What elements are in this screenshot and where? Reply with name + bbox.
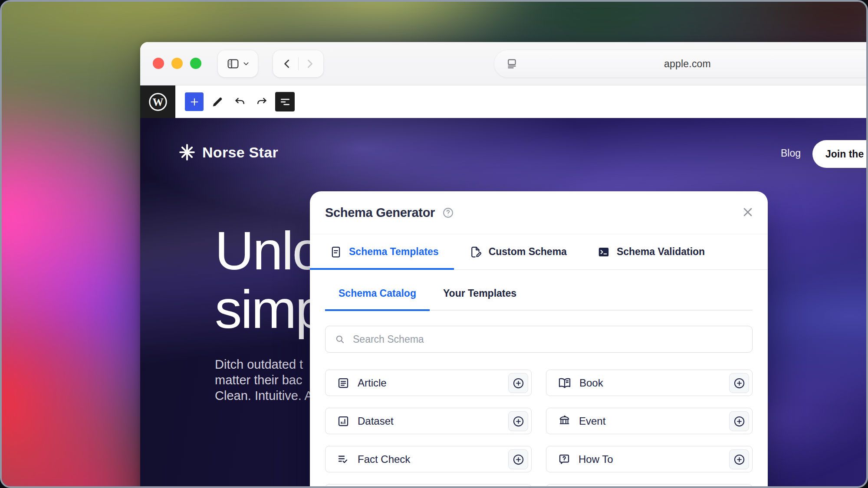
nav-divider	[298, 57, 299, 70]
tab-label: Schema Templates	[349, 246, 439, 258]
tab-label: Schema Validation	[617, 246, 705, 258]
circle-plus-icon	[733, 415, 746, 428]
back-button[interactable]	[282, 58, 293, 69]
undo-button[interactable]	[230, 92, 249, 111]
terminal-icon	[597, 246, 610, 259]
dataset-icon	[337, 415, 350, 428]
circle-plus-icon	[733, 377, 746, 390]
modal-header: Schema Generator	[310, 191, 768, 234]
plus-icon	[188, 96, 201, 108]
add-book-button[interactable]	[729, 373, 749, 393]
schema-card-clipped[interactable]	[546, 484, 753, 488]
star-logo-icon	[178, 143, 196, 161]
how-to-icon	[558, 453, 571, 466]
circle-question-icon	[442, 206, 454, 219]
document-overview-button[interactable]	[275, 92, 295, 111]
minimize-window-button[interactable]	[171, 58, 183, 69]
modal-content: Schema Catalog Your Templates Article	[310, 288, 768, 488]
nav-button-group	[273, 50, 323, 77]
wordpress-logo-button[interactable]: W	[140, 85, 175, 118]
schema-search	[325, 326, 753, 353]
add-dataset-button[interactable]	[508, 411, 528, 431]
schema-card-dataset[interactable]: Dataset	[325, 408, 532, 434]
zoom-window-button[interactable]	[190, 58, 201, 69]
undo-icon	[233, 95, 247, 108]
subtab-schema-catalog[interactable]: Schema Catalog	[325, 288, 430, 310]
add-article-button[interactable]	[508, 373, 528, 393]
tab-label: Custom Schema	[489, 246, 567, 258]
hero-heading: Unlosimp	[215, 221, 324, 338]
hero-paragraph: Ditch outdated t matter their bac Clean.…	[215, 357, 324, 403]
close-icon	[741, 205, 755, 219]
circle-plus-icon	[512, 377, 525, 390]
forward-button[interactable]	[304, 58, 315, 69]
add-how-to-button[interactable]	[729, 449, 749, 469]
schema-generator-modal: Schema Generator	[310, 191, 768, 488]
sidebar-icon	[226, 57, 240, 71]
tab-schema-validation[interactable]: Schema Validation	[582, 234, 720, 269]
subtabs: Schema Catalog Your Templates	[325, 288, 753, 311]
add-fact-check-button[interactable]	[508, 449, 528, 469]
wordpress-icon: W	[148, 92, 168, 112]
site-logo[interactable]: Norse Star	[178, 143, 278, 161]
fact-check-icon	[337, 453, 350, 466]
add-event-button[interactable]	[729, 411, 749, 431]
modal-title: Schema Generator	[325, 206, 435, 220]
event-icon	[558, 414, 571, 428]
join-waitlist-button[interactable]: Join the wai	[812, 140, 868, 168]
search-input[interactable]	[352, 333, 743, 346]
redo-button[interactable]	[252, 92, 271, 111]
list-view-icon	[279, 95, 292, 108]
wordpress-toolbar: W	[140, 85, 868, 118]
tab-custom-schema[interactable]: Custom Schema	[454, 234, 582, 269]
circle-plus-icon	[512, 415, 525, 428]
subtab-your-templates[interactable]: Your Templates	[430, 288, 530, 310]
file-lines-icon	[329, 246, 342, 259]
help-button[interactable]	[442, 206, 454, 219]
schema-card-fact-check[interactable]: Fact Check	[325, 446, 532, 472]
close-window-button[interactable]	[153, 58, 164, 69]
traffic-lights	[153, 58, 201, 69]
circle-plus-icon	[733, 453, 746, 466]
add-block-button[interactable]	[185, 92, 204, 111]
hero-copy: Unlosimp Ditch outdated t matter their b…	[215, 221, 324, 403]
schema-card-how-to[interactable]: How To	[546, 446, 753, 472]
schema-card-clipped[interactable]	[325, 484, 532, 488]
url-text: apple.com	[494, 58, 868, 70]
schema-card-book[interactable]: Book	[546, 370, 753, 396]
safari-window: apple.com W	[140, 42, 868, 488]
browser-toolbar: apple.com	[140, 42, 868, 85]
schema-card-event[interactable]: Event	[546, 408, 753, 434]
article-icon	[337, 377, 350, 390]
modal-tabs: Schema Templates Custom Schema	[310, 234, 768, 270]
sidebar-toggle-button[interactable]	[218, 50, 258, 77]
chevron-down-icon	[243, 60, 250, 67]
schema-catalog-grid: Article Book	[325, 370, 753, 488]
search-icon	[334, 334, 346, 345]
schema-card-article[interactable]: Article	[325, 370, 532, 396]
blog-link[interactable]: Blog	[781, 147, 801, 159]
screenshot-frame: apple.com W	[0, 0, 868, 488]
book-icon	[558, 376, 572, 390]
close-modal-button[interactable]	[741, 205, 755, 219]
edit-mode-button[interactable]	[208, 92, 227, 111]
tab-schema-templates[interactable]: Schema Templates	[310, 234, 454, 269]
pencil-icon	[211, 95, 224, 108]
redo-icon	[255, 95, 268, 108]
address-bar[interactable]: apple.com	[494, 50, 868, 77]
circle-plus-icon	[512, 453, 525, 466]
file-pen-icon	[469, 246, 482, 259]
svg-text:W: W	[152, 96, 163, 108]
brand-name: Norse Star	[202, 144, 278, 161]
site-header: Norse Star Blog Join the wai	[140, 143, 868, 167]
